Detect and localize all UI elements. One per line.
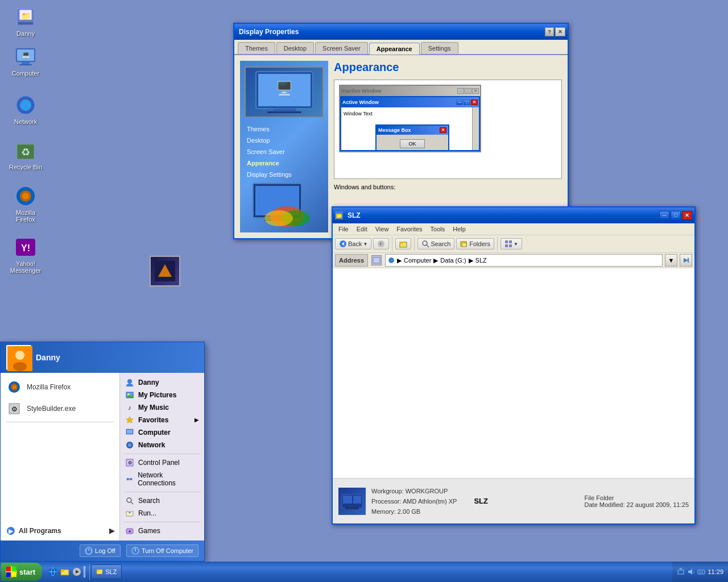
thumbnail-preview[interactable] — [150, 256, 180, 286]
svg-point-31 — [264, 210, 293, 226]
svg-rect-100 — [61, 569, 64, 572]
back-button[interactable]: Back ▼ — [335, 238, 371, 250]
folder-button[interactable] — [395, 238, 411, 250]
preview-scrollbar[interactable] — [472, 107, 479, 150]
desktop-icon-firefox[interactable]: Mozilla Firefox — [6, 185, 46, 223]
menu-edit[interactable]: Edit — [353, 225, 371, 234]
msgbox-close[interactable]: ✕ — [440, 127, 446, 133]
menu-view[interactable]: View — [372, 225, 392, 234]
svg-rect-54 — [353, 496, 361, 504]
desktop-icon-yahoo[interactable]: Y! Yahoo! Messenger — [6, 236, 46, 274]
explorer-close[interactable]: ✕ — [682, 211, 692, 220]
desktop-icon-recycle[interactable]: ♻ Recycle Bin — [6, 139, 46, 171]
logoff-button[interactable]: Log Off — [80, 544, 121, 557]
menu-help[interactable]: Help — [449, 225, 469, 234]
close-button[interactable]: ✕ — [555, 27, 565, 36]
views-button[interactable]: ▼ — [500, 238, 522, 250]
nav-display-settings[interactable]: Display Settings — [245, 170, 324, 179]
desktop-icon-computer[interactable]: 💻 Computer — [6, 45, 46, 77]
preview-ok-button[interactable]: OK — [400, 139, 424, 148]
pictures-label: My Pictures — [138, 391, 176, 399]
slz-icon — [96, 568, 103, 575]
sm-games[interactable]: ♠ Games — [120, 525, 204, 537]
inactive-max[interactable]: □ — [465, 88, 471, 94]
nav-themes[interactable]: Themes — [245, 124, 324, 134]
start-menu-username: Danny — [36, 353, 60, 362]
firefox-menu-label: Mozilla Firefox — [27, 383, 71, 391]
address-path-container[interactable]: ▶ Computer ▶ Data (G:) ▶ SLZ — [385, 254, 663, 267]
menu-favorites[interactable]: Favorites — [393, 225, 425, 234]
tray-network-icon[interactable] — [677, 568, 685, 576]
start-button[interactable]: start — [1, 563, 42, 581]
tab-settings[interactable]: Settings — [421, 42, 458, 54]
sm-favorites[interactable]: Favorites ▶ — [120, 414, 204, 426]
address-go-button[interactable] — [680, 254, 692, 267]
sm-computer[interactable]: Computer — [120, 426, 204, 439]
sm-music[interactable]: ♪ My Music — [120, 401, 204, 414]
svg-rect-48 — [373, 257, 380, 263]
nav-screensaver[interactable]: Screen Saver — [245, 147, 324, 156]
all-programs[interactable]: ▶ All Programs ▶ — [1, 523, 120, 538]
nav-desktop[interactable]: Desktop — [245, 136, 324, 145]
help-button[interactable]: ? — [545, 27, 554, 36]
preview-inactive-title: Inactive Window — [341, 88, 381, 94]
breadcrumb-icon — [388, 257, 395, 264]
sm-network[interactable]: Network — [120, 439, 204, 451]
explorer-body — [333, 268, 694, 467]
tab-screensaver[interactable]: Screen Saver — [315, 42, 368, 54]
search-button[interactable]: Search — [417, 238, 454, 250]
svg-rect-6 — [22, 62, 30, 64]
active-min[interactable]: ─ — [456, 99, 463, 105]
firefox-label: Mozilla Firefox — [6, 209, 46, 223]
preview-active-title: Active Window — [342, 99, 379, 105]
tray-volume-icon[interactable]: ) — [687, 568, 695, 576]
inactive-close[interactable]: ✕ — [472, 88, 479, 94]
computer-menu-icon — [126, 429, 134, 436]
menu-file[interactable]: File — [335, 225, 352, 234]
sm-danny[interactable]: Danny — [120, 376, 204, 389]
turnoff-button[interactable]: Turn Off Computer — [126, 544, 198, 557]
folders-button[interactable]: Folders — [456, 238, 494, 250]
sm-run[interactable]: Run... — [120, 507, 204, 519]
ql-media[interactable] — [72, 567, 82, 577]
pinned-stylebuilder[interactable]: ⚙ StyleBuilder.exe — [1, 398, 119, 419]
sm-pictures[interactable]: My Pictures — [120, 389, 204, 401]
active-close[interactable]: ✕ — [471, 99, 478, 105]
svg-rect-44 — [505, 240, 508, 243]
ql-ie[interactable] — [48, 567, 58, 577]
search-menu-label: Search — [138, 497, 160, 505]
slz-taskbar-button[interactable]: SLZ — [91, 564, 122, 579]
tab-appearance[interactable]: Appearance — [369, 43, 420, 55]
start-menu-left: Mozilla Firefox ⚙ StyleBuilder.exe ▶ — [1, 373, 120, 541]
explorer-min[interactable]: ─ — [659, 211, 669, 220]
forward-button[interactable] — [373, 238, 389, 250]
sm-search[interactable]: Search — [120, 494, 204, 507]
file-type: File Folder — [585, 494, 689, 501]
desktop-icon-network[interactable]: 🌐 Network — [6, 94, 46, 125]
address-dropdown[interactable]: ▼ — [665, 254, 677, 267]
explorer-max[interactable]: □ — [671, 211, 681, 220]
logoff-label: Log Off — [95, 547, 115, 554]
ql-expand[interactable] — [84, 565, 86, 579]
tab-themes[interactable]: Themes — [238, 42, 275, 54]
tray-keyboard-icon[interactable]: EN — [697, 568, 705, 576]
pinned-firefox[interactable]: Mozilla Firefox — [1, 376, 119, 398]
preview-area: Inactive Window ─ □ ✕ Active Window ─ — [334, 80, 562, 179]
ql-folder[interactable] — [60, 567, 70, 577]
explorer-toolbar: Back ▼ Search — [333, 235, 694, 253]
explorer-titlebar[interactable]: SLZ ─ □ ✕ — [333, 207, 694, 223]
danny-label: Danny — [16, 30, 35, 37]
inactive-min[interactable]: ─ — [457, 88, 464, 94]
nav-apperance[interactable]: Apperance — [245, 159, 324, 168]
start-menu-right: Danny My Pictures ♪ My Music Favorites ▶… — [120, 373, 204, 541]
sm-network-connections[interactable]: Network Connections — [120, 469, 204, 489]
taskbar-middle: SLZ — [42, 562, 672, 582]
display-properties-titlebar[interactable]: Display Properties ? ✕ — [234, 24, 568, 40]
svg-point-40 — [423, 241, 427, 246]
desktop-icon-danny[interactable]: 📁 Danny — [6, 6, 46, 37]
tab-desktop[interactable]: Desktop — [276, 42, 314, 54]
svg-rect-93 — [12, 567, 16, 571]
menu-tools[interactable]: Tools — [427, 225, 449, 234]
sm-control-panel[interactable]: ⚙ Control Panel — [120, 456, 204, 469]
active-max[interactable]: □ — [464, 99, 470, 105]
